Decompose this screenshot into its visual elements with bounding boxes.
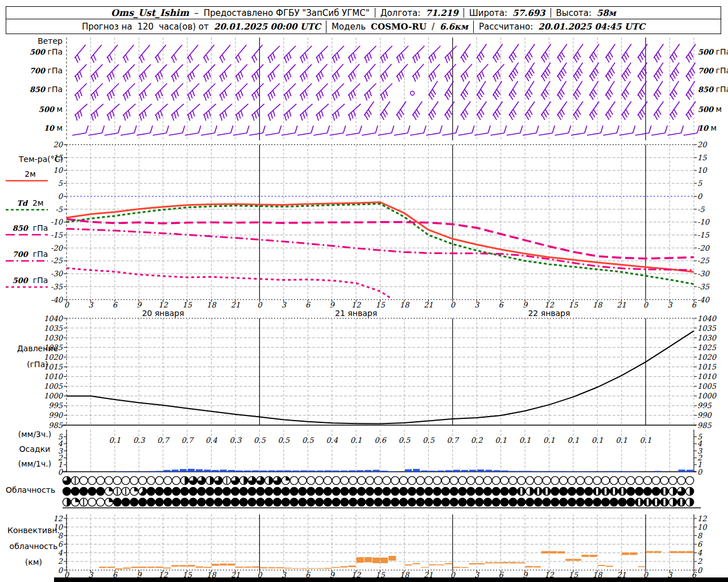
svg-text:1035: 1035 — [44, 324, 63, 332]
cloudiness-panel — [63, 476, 701, 508]
svg-text:-30: -30 — [697, 269, 710, 278]
svg-text:4: 4 — [58, 548, 63, 557]
svg-text:3: 3 — [282, 301, 287, 309]
svg-text:-5: -5 — [697, 205, 705, 214]
svg-text:18: 18 — [593, 301, 603, 309]
svg-text:8: 8 — [697, 531, 703, 540]
svg-text:0.5: 0.5 — [423, 436, 435, 444]
svg-text:15: 15 — [697, 153, 707, 162]
svg-text:1015: 1015 — [697, 363, 717, 371]
svg-text:0: 0 — [58, 566, 64, 575]
svg-text:-40: -40 — [697, 296, 710, 304]
svg-text:1030: 1030 — [697, 334, 717, 342]
svg-text:1025: 1025 — [44, 343, 63, 352]
svg-text:-40: -40 — [51, 296, 64, 304]
wind-row-label-left-2: 850 гПа — [5, 85, 63, 94]
svg-text:0.5: 0.5 — [399, 436, 411, 444]
svg-text:5: 5 — [58, 179, 63, 188]
svg-text:985: 985 — [697, 421, 712, 430]
svg-text:0.1: 0.1 — [568, 436, 580, 444]
svg-text:12: 12 — [53, 514, 63, 523]
temp-series-4 — [67, 268, 392, 300]
wind-row-label-left-1: 700 гПа — [5, 66, 63, 75]
svg-text:0.1: 0.1 — [495, 436, 507, 444]
meteogram-plot: 2020151510105500-5-5-10-10-15-15-20-20-2… — [0, 0, 728, 582]
svg-text:1030: 1030 — [44, 334, 64, 342]
svg-text:0.7: 0.7 — [181, 436, 194, 444]
svg-text:3: 3 — [474, 301, 480, 309]
wind-row-label-right-0: 500 гПа — [698, 47, 728, 56]
svg-text:1005: 1005 — [44, 382, 63, 390]
svg-text:1025: 1025 — [697, 343, 717, 352]
wind-panel — [67, 38, 700, 140]
wind-row-label-right-1: 700 гПа — [698, 66, 728, 75]
convective-bars — [99, 551, 693, 569]
svg-text:21: 21 — [424, 301, 433, 309]
svg-text:0.1: 0.1 — [615, 436, 627, 444]
svg-text:-15: -15 — [697, 231, 710, 239]
svg-text:20: 20 — [697, 140, 708, 149]
temp-legend-label-1: Td 2м — [5, 198, 56, 207]
wind-row-label-left-4: 10 м — [5, 123, 63, 132]
svg-text:0: 0 — [450, 301, 456, 309]
temp-legend-label-0: 2м — [5, 169, 56, 178]
temp-legend-label-2: 850 гПа — [5, 223, 56, 232]
svg-text:-20: -20 — [697, 244, 710, 252]
svg-text:0: 0 — [64, 301, 70, 309]
wind-row-label-left-3: 500 м — [5, 105, 63, 114]
svg-text:1000: 1000 — [44, 392, 64, 400]
wind-row-label-right-3: 500 м — [698, 105, 728, 114]
svg-text:0.5: 0.5 — [302, 436, 314, 444]
svg-text:0.3: 0.3 — [230, 436, 242, 444]
svg-text:0: 0 — [697, 566, 703, 575]
svg-text:0: 0 — [697, 192, 703, 201]
svg-text:22 января: 22 января — [528, 309, 570, 318]
svg-text:18: 18 — [206, 301, 217, 309]
svg-text:2: 2 — [58, 557, 63, 566]
svg-text:-10: -10 — [697, 218, 710, 226]
svg-text:995: 995 — [48, 401, 63, 410]
svg-text:0.1: 0.1 — [543, 436, 555, 444]
svg-text:3: 3 — [88, 301, 94, 309]
svg-text:12: 12 — [158, 301, 168, 309]
svg-text:12: 12 — [544, 301, 554, 309]
temp-legend-label-3: 700 гПа — [5, 250, 56, 259]
svg-text:0: 0 — [643, 301, 649, 309]
svg-text:990: 990 — [48, 411, 64, 419]
svg-text:1040: 1040 — [44, 314, 64, 323]
wind-row-label-left-0: 500 гПа — [5, 47, 63, 56]
svg-text:8: 8 — [58, 531, 64, 540]
svg-text:990: 990 — [697, 411, 713, 419]
svg-text:12: 12 — [351, 301, 361, 309]
svg-text:6: 6 — [498, 301, 504, 309]
svg-text:10: 10 — [697, 166, 708, 174]
svg-text:0.5: 0.5 — [278, 436, 289, 444]
svg-text:18: 18 — [400, 301, 410, 309]
svg-text:1035: 1035 — [697, 324, 717, 332]
pressure-panel: 1040104010351035103010301025102510201020… — [44, 314, 717, 430]
svg-text:21 января: 21 января — [335, 309, 377, 318]
svg-text:21: 21 — [617, 301, 626, 309]
svg-text:0.1: 0.1 — [640, 436, 652, 444]
svg-text:0.7: 0.7 — [446, 436, 459, 444]
svg-text:0: 0 — [58, 192, 64, 201]
svg-text:9: 9 — [136, 301, 142, 309]
svg-text:0.4: 0.4 — [205, 436, 217, 444]
svg-text:15: 15 — [569, 301, 578, 309]
svg-text:0.1: 0.1 — [109, 436, 121, 444]
svg-text:6: 6 — [692, 301, 697, 309]
svg-text:0.3: 0.3 — [133, 436, 146, 444]
temp-legend-label-4: 500 гПа — [5, 276, 56, 285]
svg-text:21: 21 — [231, 301, 241, 309]
bottom-frame-bar — [54, 577, 728, 582]
svg-text:3: 3 — [667, 301, 673, 309]
svg-text:10: 10 — [697, 523, 708, 531]
svg-text:0.1: 0.1 — [519, 436, 531, 444]
svg-text:985: 985 — [48, 421, 63, 430]
svg-text:10: 10 — [53, 523, 63, 531]
svg-text:6: 6 — [697, 540, 703, 548]
svg-text:995: 995 — [697, 401, 712, 410]
svg-text:1010: 1010 — [697, 372, 717, 381]
svg-text:-25: -25 — [697, 256, 710, 265]
svg-text:1020: 1020 — [44, 353, 64, 361]
